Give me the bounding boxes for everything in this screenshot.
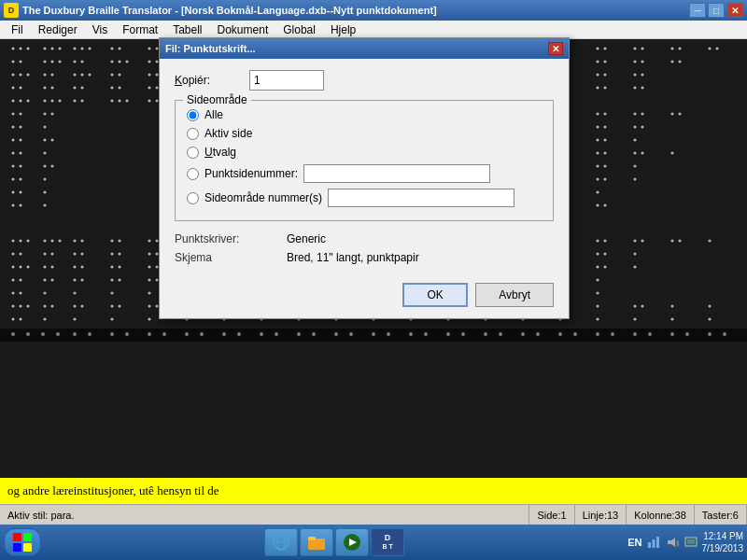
cancel-button[interactable]: Avbryt [475, 283, 554, 307]
svg-point-470 [671, 318, 674, 321]
svg-point-449 [671, 305, 674, 308]
svg-point-243 [20, 178, 22, 181]
title-bar-controls[interactable]: ─ □ ✕ [689, 3, 743, 18]
svg-point-491 [334, 332, 338, 336]
dialog-close-button[interactable]: ✕ [548, 42, 563, 55]
taskbar-ie-icon[interactable] [264, 528, 298, 556]
copies-label-text: opiér: [182, 74, 210, 87]
svg-point-39 [597, 48, 599, 50]
svg-rect-525 [652, 539, 655, 548]
app-icon: D [4, 3, 19, 18]
svg-point-9 [89, 48, 92, 50]
svg-point-506 [611, 332, 614, 336]
dialog-title: Fil: Punktutskrift... [165, 43, 256, 54]
svg-point-305 [119, 253, 121, 256]
svg-point-476 [56, 332, 60, 336]
svg-point-371 [44, 279, 47, 282]
svg-point-86 [604, 61, 607, 63]
svg-point-399 [597, 279, 599, 282]
svg-point-171 [44, 100, 47, 103]
svg-point-303 [81, 253, 84, 256]
svg-point-505 [596, 332, 599, 336]
svg-point-135 [51, 87, 54, 90]
taskbar-folder-icon[interactable] [300, 528, 333, 556]
svg-point-293 [634, 240, 637, 243]
svg-point-174 [74, 100, 77, 103]
menu-rediger[interactable]: Rediger [31, 21, 85, 38]
menu-dokument[interactable]: Dokument [210, 21, 276, 38]
window-close-button[interactable]: ✕ [726, 3, 743, 18]
status-bar: Aktiv stil: para. Side:1 Linje:13 Kolonn… [0, 504, 747, 525]
sideomraade-input[interactable] [328, 189, 514, 207]
svg-point-226 [641, 152, 644, 155]
yellow-text-bar: og andre læreinstitusjoner, utê hensyn t… [0, 478, 747, 504]
copies-input[interactable] [249, 70, 324, 91]
restore-button[interactable]: □ [708, 3, 725, 18]
svg-point-341 [119, 266, 121, 269]
radio-aktiv-side[interactable] [187, 128, 199, 140]
radio-sideomraade[interactable] [187, 192, 199, 204]
svg-point-167 [641, 87, 644, 90]
svg-point-101 [148, 74, 151, 77]
radio-alle-label[interactable]: Alle [204, 108, 223, 121]
svg-point-178 [126, 100, 129, 103]
menu-bar: Fil Rediger Vis Format Tabell Dokument G… [0, 21, 747, 39]
svg-point-489 [297, 332, 301, 336]
ok-button[interactable]: OK [402, 283, 468, 307]
svg-point-204 [20, 113, 22, 116]
svg-point-512 [723, 332, 726, 336]
svg-rect-521 [308, 537, 316, 540]
svg-point-175 [81, 100, 84, 103]
svg-point-235 [12, 165, 15, 168]
network-icon [646, 535, 661, 550]
svg-point-488 [275, 332, 278, 336]
svg-point-295 [671, 240, 674, 243]
radio-aktiv-side-label[interactable]: Aktiv side [204, 127, 252, 140]
svg-point-211 [604, 113, 607, 116]
svg-point-231 [20, 152, 22, 155]
svg-point-170 [27, 100, 30, 103]
svg-point-247 [634, 178, 637, 181]
menu-fil[interactable]: Fil [4, 21, 31, 38]
radio-utvalg[interactable] [187, 147, 199, 159]
svg-rect-514 [23, 533, 32, 541]
svg-point-405 [148, 292, 151, 295]
svg-point-263 [74, 240, 77, 243]
menu-format[interactable]: Format [115, 21, 165, 38]
svg-point-134 [44, 87, 47, 90]
menu-vis[interactable]: Vis [85, 21, 115, 38]
svg-point-90 [679, 61, 682, 63]
menu-hjelp[interactable]: Hjelp [323, 21, 363, 38]
radio-utvalg-label[interactable]: Utvalg [204, 146, 236, 159]
taskbar-media-icon[interactable] [335, 528, 369, 556]
svg-point-140 [148, 87, 151, 90]
punktsidenummer-input[interactable] [303, 164, 490, 183]
svg-point-96 [74, 74, 77, 77]
printer-info-row: Punktskriver: Generic [175, 232, 554, 245]
start-button[interactable] [4, 528, 41, 556]
menu-global[interactable]: Global [275, 21, 323, 38]
menu-tabell[interactable]: Tabell [165, 21, 209, 38]
svg-point-92 [20, 74, 22, 77]
svg-point-242 [12, 178, 15, 181]
page-range-group: Sideområde Alle Aktiv side Utvalg Punkts… [175, 100, 554, 221]
radio-punktsidenummer[interactable] [187, 168, 199, 180]
taskbar-dbt-icon[interactable]: D B T [371, 528, 404, 556]
radio-alle[interactable] [187, 109, 199, 121]
svg-point-246 [604, 178, 607, 181]
svg-point-250 [44, 191, 47, 194]
svg-point-262 [59, 240, 62, 243]
minimize-button[interactable]: ─ [689, 3, 706, 18]
svg-point-455 [111, 318, 114, 321]
svg-point-217 [604, 126, 607, 129]
svg-point-131 [641, 74, 644, 77]
svg-point-2 [20, 48, 22, 50]
svg-point-259 [27, 240, 30, 243]
radio-sideomraade-label[interactable]: Sideområde nummer(s) [204, 191, 322, 204]
svg-point-423 [74, 305, 77, 308]
svg-point-48 [20, 61, 22, 63]
radio-punktsidenummer-label[interactable]: Punktsidenummer: [204, 167, 298, 180]
svg-point-46 [716, 48, 719, 50]
svg-point-419 [20, 305, 22, 308]
svg-point-212 [634, 113, 637, 116]
